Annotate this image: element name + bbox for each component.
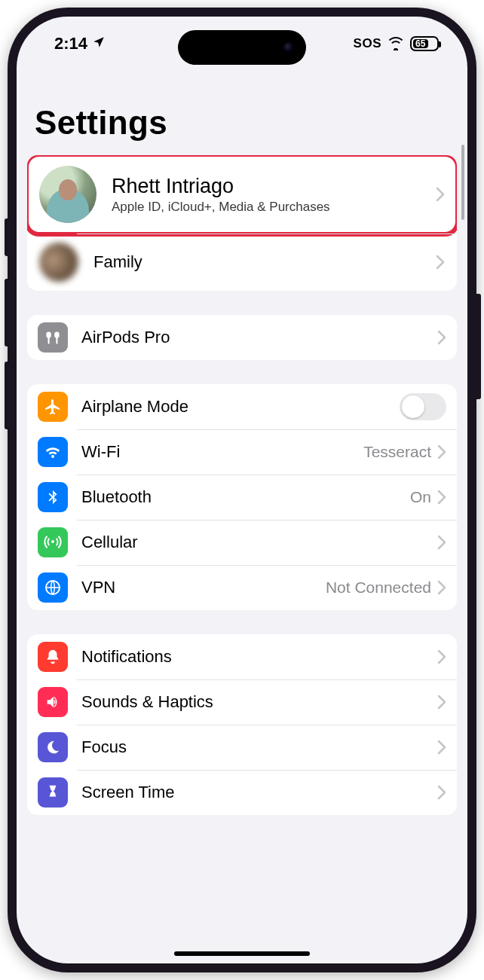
wifi-icon — [388, 37, 404, 50]
bluetooth-value: On — [410, 488, 431, 506]
sounds-icon — [38, 687, 68, 717]
vpn-value: Not Connected — [326, 579, 431, 597]
screentime-label: Screen Time — [81, 783, 437, 802]
bluetooth-icon — [38, 482, 68, 512]
apple-id-row[interactable]: Rhett Intriago Apple ID, iCloud+, Media … — [27, 155, 457, 234]
chevron-right-icon — [437, 330, 446, 345]
page-title: Settings — [27, 71, 457, 155]
airpods-row[interactable]: AirPods Pro — [27, 315, 457, 360]
chevron-right-icon — [437, 785, 446, 800]
group-connectivity: Airplane Mode Wi-Fi Tesseract Bluetooth — [27, 384, 457, 610]
vpn-icon — [38, 572, 68, 603]
focus-row[interactable]: Focus — [27, 725, 457, 770]
focus-label: Focus — [81, 737, 437, 757]
airplane-icon — [38, 392, 68, 422]
location-icon — [92, 34, 106, 53]
screentime-icon — [38, 777, 68, 808]
avatar — [39, 166, 96, 223]
chevron-right-icon — [437, 740, 446, 755]
battery-level: 65 — [413, 39, 428, 48]
wifi-row[interactable]: Wi-Fi Tesseract — [27, 429, 457, 475]
device-frame: 2:14 SOS 65 Settings — [8, 8, 476, 972]
chevron-right-icon — [437, 695, 446, 710]
chevron-right-icon — [437, 444, 446, 459]
family-row[interactable]: Family — [27, 234, 457, 291]
sounds-label: Sounds & Haptics — [81, 692, 437, 712]
wifi-value: Tesseract — [363, 443, 431, 461]
cellular-label: Cellular — [81, 533, 437, 552]
notifications-row[interactable]: Notifications — [27, 634, 457, 679]
scroll-indicator — [461, 145, 464, 220]
airplane-toggle[interactable] — [400, 393, 446, 420]
wifi-settings-icon — [38, 437, 68, 467]
airpods-icon — [38, 322, 68, 353]
airplane-mode-row[interactable]: Airplane Mode — [27, 384, 457, 429]
notifications-label: Notifications — [81, 647, 437, 667]
power-button — [476, 294, 481, 399]
cellular-row[interactable]: Cellular — [27, 520, 457, 565]
sounds-row[interactable]: Sounds & Haptics — [27, 679, 457, 725]
family-label: Family — [93, 252, 436, 272]
status-time: 2:14 — [54, 34, 87, 53]
profile-subtitle: Apple ID, iCloud+, Media & Purchases — [112, 200, 436, 215]
chevron-right-icon — [437, 580, 446, 595]
group-account: Rhett Intriago Apple ID, iCloud+, Media … — [27, 155, 457, 291]
sos-indicator: SOS — [354, 36, 381, 51]
cellular-icon — [38, 527, 68, 557]
dynamic-island — [178, 30, 306, 65]
wifi-label: Wi-Fi — [81, 442, 363, 462]
chevron-right-icon — [437, 490, 446, 505]
profile-name: Rhett Intriago — [112, 174, 436, 198]
bluetooth-row[interactable]: Bluetooth On — [27, 475, 457, 520]
settings-scroll[interactable]: Settings Rhett Intriago Apple ID, iCloud… — [17, 71, 467, 948]
battery-indicator: 65 — [410, 36, 439, 51]
chevron-right-icon — [436, 187, 445, 202]
notifications-icon — [38, 642, 68, 672]
bluetooth-label: Bluetooth — [81, 487, 410, 507]
vpn-label: VPN — [81, 578, 326, 597]
group-system: Notifications Sounds & Haptics Focus — [27, 634, 457, 815]
airpods-label: AirPods Pro — [81, 328, 437, 347]
chevron-right-icon — [437, 535, 446, 550]
family-avatar — [39, 243, 78, 282]
vpn-row[interactable]: VPN Not Connected — [27, 565, 457, 610]
screen: 2:14 SOS 65 Settings — [17, 17, 467, 963]
chevron-right-icon — [437, 649, 446, 664]
screentime-row[interactable]: Screen Time — [27, 770, 457, 815]
airplane-label: Airplane Mode — [81, 397, 400, 417]
home-indicator[interactable] — [174, 951, 310, 956]
chevron-right-icon — [436, 255, 445, 270]
focus-icon — [38, 732, 68, 762]
group-airpods: AirPods Pro — [27, 315, 457, 360]
